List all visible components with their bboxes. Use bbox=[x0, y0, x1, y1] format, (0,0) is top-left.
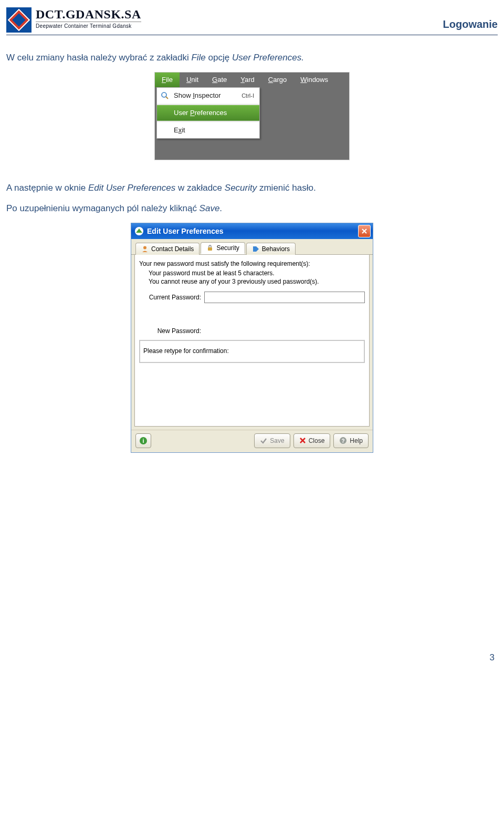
security-panel: Your new password must satisfy the follo… bbox=[134, 255, 370, 427]
menu-item-exit[interactable]: Exit Exit bbox=[157, 122, 259, 138]
button-label: Help bbox=[350, 437, 363, 444]
person-icon bbox=[141, 245, 149, 253]
requirements-heading: Your new password must satisfy the follo… bbox=[139, 260, 365, 267]
brand-subtitle: Deepwater Container Terminal Gdansk bbox=[36, 22, 141, 29]
screenshot-edit-preferences-dialog: Edit User Preferences Contact Details Se… bbox=[131, 223, 373, 453]
menu-item-label: Show Inspector bbox=[174, 91, 237, 99]
text-italic: Security bbox=[225, 183, 257, 193]
current-password-input[interactable] bbox=[204, 292, 365, 303]
svg-point-3 bbox=[143, 246, 146, 249]
svg-rect-4 bbox=[208, 247, 212, 251]
text-italic: User Preferences. bbox=[232, 53, 304, 63]
requirement-item: Your password must be at least 5 charact… bbox=[149, 269, 365, 277]
text-italic: File bbox=[191, 53, 205, 63]
page-header: DCT.GDANSK.SA Deepwater Container Termin… bbox=[6, 7, 498, 35]
tag-icon bbox=[252, 245, 259, 253]
close-button[interactable]: Close bbox=[293, 433, 331, 448]
text: A następnie w oknie bbox=[6, 183, 88, 193]
dialog-title: Edit User Preferences bbox=[147, 227, 224, 235]
new-password-label: New Password: bbox=[139, 310, 204, 335]
menu-cargo[interactable]: CargoCargo bbox=[261, 72, 293, 87]
button-label: Save bbox=[270, 437, 284, 444]
button-label: Close bbox=[309, 437, 325, 444]
text: . bbox=[219, 203, 222, 213]
text: w zakładce bbox=[175, 183, 225, 193]
info-icon: i bbox=[139, 437, 148, 445]
lock-icon bbox=[206, 244, 214, 252]
retype-label: Please retype for confirmation: bbox=[143, 347, 361, 355]
page-number: 3 bbox=[6, 652, 498, 663]
save-button[interactable]: Save bbox=[254, 433, 290, 448]
brand-block: DCT.GDANSK.SA Deepwater Container Termin… bbox=[6, 7, 141, 33]
text: zmienić hasło. bbox=[257, 183, 316, 193]
tab-security[interactable]: Security bbox=[201, 242, 245, 254]
svg-text:?: ? bbox=[342, 438, 345, 444]
menu-yard[interactable]: YardYard bbox=[234, 72, 261, 87]
brand-name: DCT.GDANSK.SA bbox=[36, 7, 141, 22]
instruction-para-2: A następnie w oknie Edit User Preference… bbox=[6, 181, 498, 195]
instruction-para-3: Po uzupełnieniu wymaganych pól należy kl… bbox=[6, 202, 498, 215]
current-password-row: Current Password: bbox=[139, 292, 365, 303]
svg-point-0 bbox=[162, 92, 166, 97]
check-icon bbox=[260, 437, 267, 444]
close-icon bbox=[361, 228, 368, 234]
text: Po uzupełnieniu wymaganych pól należy kl… bbox=[6, 203, 200, 213]
tab-label: Contact Details bbox=[151, 245, 194, 253]
app-icon bbox=[134, 226, 144, 236]
menu-item-shortcut: Ctrl-I bbox=[242, 92, 254, 99]
menu-item-label: Exit bbox=[174, 126, 254, 134]
magnifier-icon bbox=[160, 91, 170, 100]
menubar: FFileile UnitUnit GateGate YardYard Carg… bbox=[155, 72, 349, 87]
text: W celu zmiany hasła należy wybrać z zakł… bbox=[6, 53, 191, 63]
help-icon: ? bbox=[339, 437, 347, 444]
menu-unit[interactable]: UnitUnit bbox=[180, 72, 205, 87]
dct-logo bbox=[6, 7, 32, 33]
svg-line-1 bbox=[166, 97, 168, 99]
tabstrip: Contact Details Security Behaviors bbox=[131, 239, 373, 255]
menu-item-show-inspector[interactable]: Show Inspector Show Inspector Ctrl-I bbox=[157, 88, 259, 103]
tab-label: Behaviors bbox=[262, 245, 290, 253]
current-password-label: Current Password: bbox=[139, 294, 204, 301]
menu-item-label: User Preferences bbox=[174, 109, 254, 117]
file-dropdown: Show Inspector Show Inspector Ctrl-I Use… bbox=[156, 87, 260, 139]
svg-text:i: i bbox=[142, 438, 144, 444]
menu-windows[interactable]: WindowsWindows bbox=[293, 72, 335, 87]
dialog-titlebar: Edit User Preferences bbox=[131, 223, 373, 239]
info-button[interactable]: i bbox=[135, 433, 151, 448]
menu-file[interactable]: FFileile bbox=[155, 72, 180, 87]
text-italic: Save bbox=[200, 203, 220, 213]
menu-item-user-preferences[interactable]: User Preferences User Preferences bbox=[157, 105, 259, 121]
help-button[interactable]: ? Help bbox=[333, 433, 369, 448]
screenshot-file-menu: FFileile UnitUnit GateGate YardYard Carg… bbox=[154, 72, 350, 160]
instruction-para-1: W celu zmiany hasła należy wybrać z zakł… bbox=[6, 51, 498, 65]
page-title: Logowanie bbox=[443, 18, 498, 33]
text: opcję bbox=[206, 53, 232, 63]
requirement-item: You cannot reuse any of your 3 previousl… bbox=[149, 278, 365, 285]
dialog-button-bar: i Save Close ? Help bbox=[131, 430, 373, 452]
close-button[interactable] bbox=[358, 225, 371, 237]
tab-label: Security bbox=[216, 244, 239, 252]
menu-gate[interactable]: GateGate bbox=[205, 72, 234, 87]
tab-behaviors[interactable]: Behaviors bbox=[246, 243, 296, 255]
x-icon bbox=[299, 437, 306, 444]
tab-contact-details[interactable]: Contact Details bbox=[135, 243, 200, 255]
new-password-fieldset: Please retype for confirmation: bbox=[139, 340, 365, 363]
text-italic: Edit User Preferences bbox=[88, 183, 175, 193]
